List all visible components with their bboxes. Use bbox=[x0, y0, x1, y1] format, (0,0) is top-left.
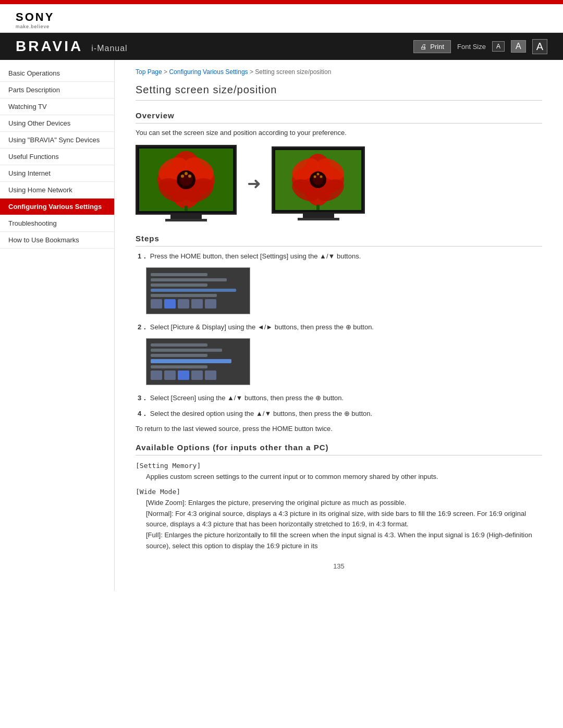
tv-stand-before bbox=[170, 215, 202, 219]
scr-line-5 bbox=[151, 294, 217, 297]
flower-svg-after bbox=[275, 150, 361, 210]
step-2-number: 2． bbox=[138, 323, 148, 331]
step-2: 2． Select [Picture & Display] using the … bbox=[136, 323, 542, 332]
tv-stand-after bbox=[303, 214, 334, 218]
print-label: Print bbox=[430, 43, 444, 51]
main-layout: Basic Operations Parts Description Watch… bbox=[0, 60, 563, 591]
sony-tagline: make.believe bbox=[16, 24, 547, 29]
option-wide-mode-label: [Wide Mode] bbox=[136, 488, 542, 496]
breadcrumb: Top Page > Configuring Various Settings … bbox=[136, 68, 542, 76]
sidebar-item-using-home-network[interactable]: Using Home Network bbox=[0, 182, 114, 199]
bravia-logo: BRAVIA i-Manual bbox=[16, 38, 128, 55]
font-large-button[interactable]: A bbox=[532, 39, 547, 54]
scr2-row-1 bbox=[151, 371, 246, 380]
scr2-line-5 bbox=[151, 365, 207, 368]
tv-screen-before bbox=[139, 149, 233, 211]
svg-rect-12 bbox=[185, 206, 188, 211]
breadcrumb-configuring[interactable]: Configuring Various Settings bbox=[169, 68, 248, 76]
step-1-text: Press the HOME button, then select [Sett… bbox=[150, 252, 361, 260]
sidebar-item-using-internet[interactable]: Using Internet bbox=[0, 165, 114, 182]
main-content: Top Page > Configuring Various Settings … bbox=[115, 60, 563, 591]
breadcrumb-sep1: > bbox=[164, 68, 169, 76]
scr2-line-2 bbox=[151, 349, 222, 352]
steps-section: 1． Press the HOME button, then select [S… bbox=[136, 252, 542, 433]
scr-line-1 bbox=[151, 273, 207, 276]
scr-line-4 bbox=[151, 289, 236, 292]
step-4-text: Select the desired option using the ▲/▼ … bbox=[150, 410, 372, 417]
flower-svg-before bbox=[139, 149, 233, 211]
font-medium-button[interactable]: A bbox=[511, 40, 526, 53]
tv-frame-before bbox=[136, 145, 237, 215]
sony-logo: SONY bbox=[16, 10, 547, 24]
sidebar-item-how-to-use-bookmarks[interactable]: How to Use Bookmarks bbox=[0, 232, 114, 249]
sidebar-item-using-bravia-sync[interactable]: Using "BRAVIA" Sync Devices bbox=[0, 132, 114, 149]
tv-after bbox=[272, 146, 365, 220]
scr2-line-4 bbox=[151, 359, 231, 363]
print-icon: 🖨 bbox=[420, 43, 427, 51]
step-4-number: 4． bbox=[138, 410, 148, 417]
scr2-sq-5 bbox=[205, 371, 216, 380]
scr-line-3 bbox=[151, 283, 207, 287]
step-1-number: 1． bbox=[138, 252, 148, 260]
step-1: 1． Press the HOME button, then select [S… bbox=[136, 252, 542, 261]
options-heading: Available Options (for inputs other than… bbox=[136, 443, 542, 455]
sidebar-item-basic-operations[interactable]: Basic Operations bbox=[0, 65, 114, 82]
sidebar-item-troubleshooting[interactable]: Troubleshooting bbox=[0, 215, 114, 232]
imanual-subtitle: i-Manual bbox=[91, 44, 127, 53]
scr2-line-1 bbox=[151, 343, 207, 347]
step-3: 3． Select [Screen] using the ▲/▼ buttons… bbox=[136, 393, 542, 403]
scr-line-2 bbox=[151, 278, 227, 281]
sidebar-item-watching-tv[interactable]: Watching TV bbox=[0, 98, 114, 115]
svg-point-23 bbox=[320, 175, 323, 178]
sidebar-item-using-other-devices[interactable]: Using Other Devices bbox=[0, 115, 114, 132]
option-wide-mode-text: [Wide Zoom]: Enlarges the picture, prese… bbox=[146, 498, 542, 552]
breadcrumb-current: Setting screen size/position bbox=[255, 68, 331, 76]
tv-base-after bbox=[298, 218, 339, 220]
tv-screen-after bbox=[275, 150, 361, 210]
scr2-sq-1 bbox=[151, 371, 162, 380]
page-number: 135 bbox=[136, 562, 542, 570]
scr-sq-5 bbox=[205, 299, 216, 309]
scr2-sq-4 bbox=[191, 371, 203, 380]
scr2-line-3 bbox=[151, 354, 207, 357]
scr2-sq-3 bbox=[178, 371, 189, 380]
arrow-icon: ➜ bbox=[247, 174, 261, 193]
print-button[interactable]: 🖨 Print bbox=[413, 40, 451, 53]
top-bar bbox=[0, 0, 563, 4]
sidebar: Basic Operations Parts Description Watch… bbox=[0, 60, 115, 591]
header-controls: 🖨 Print Font Size A A A bbox=[413, 39, 547, 54]
sidebar-item-parts-description[interactable]: Parts Description bbox=[0, 82, 114, 98]
wide-mode-line-1: [Wide Zoom]: Enlarges the picture, prese… bbox=[146, 498, 542, 509]
sony-logo-area: SONY make.believe bbox=[0, 4, 563, 33]
sidebar-item-configuring-various-settings[interactable]: Configuring Various Settings bbox=[0, 199, 114, 215]
overview-text: You can set the screen size and position… bbox=[136, 129, 542, 137]
svg-point-10 bbox=[188, 175, 191, 178]
screenshot-1 bbox=[146, 267, 250, 314]
step-4: 4． Select the desired option using the ▲… bbox=[136, 409, 542, 418]
breadcrumb-sep2: > bbox=[250, 68, 255, 76]
step-2-text: Select [Picture & Display] using the ◄/►… bbox=[150, 323, 374, 331]
step-3-number: 3． bbox=[138, 394, 148, 402]
wide-mode-line-2: [Normal]: For 4:3 original source, displ… bbox=[146, 509, 542, 530]
svg-point-22 bbox=[314, 175, 316, 178]
svg-point-24 bbox=[317, 172, 320, 175]
sidebar-item-useful-functions[interactable]: Useful Functions bbox=[0, 149, 114, 165]
breadcrumb-top-page[interactable]: Top Page bbox=[136, 68, 162, 76]
font-small-button[interactable]: A bbox=[492, 41, 505, 52]
steps-heading: Steps bbox=[136, 234, 542, 246]
svg-point-11 bbox=[185, 172, 188, 175]
option-setting-memory-label: [Setting Memory] bbox=[136, 462, 542, 470]
step-note: To return to the last viewed source, pre… bbox=[136, 425, 542, 433]
scr-sq-2 bbox=[164, 299, 176, 309]
tv-base-before bbox=[165, 219, 207, 221]
svg-rect-25 bbox=[316, 205, 320, 210]
tv-images-row: ➜ bbox=[136, 145, 542, 221]
header-bar: BRAVIA i-Manual 🖨 Print Font Size A A A bbox=[0, 33, 563, 60]
screenshot-2 bbox=[146, 338, 250, 385]
options-section: Available Options (for inputs other than… bbox=[136, 443, 542, 552]
step-3-text: Select [Screen] using the ▲/▼ buttons, t… bbox=[150, 394, 344, 402]
scr-sq-1 bbox=[151, 299, 162, 309]
option-setting-memory-text: Applies custom screen settings to the cu… bbox=[146, 472, 542, 483]
tv-frame-after bbox=[272, 146, 365, 214]
overview-heading: Overview bbox=[136, 111, 542, 124]
